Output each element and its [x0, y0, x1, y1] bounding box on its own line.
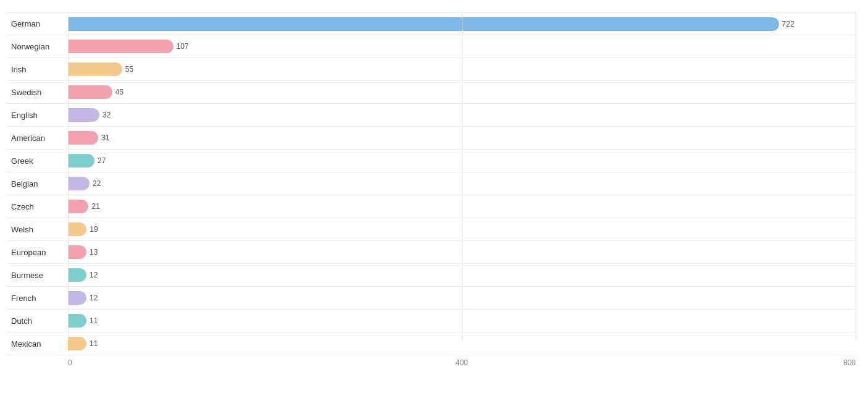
bar-row: Greek27: [6, 150, 856, 172]
bar-label: Welsh: [6, 225, 68, 234]
bar-value-label: 55: [125, 65, 133, 74]
bar-value-label: 11: [90, 339, 98, 348]
bar-label: Mexican: [6, 339, 68, 349]
bar-row: American31: [6, 127, 856, 150]
bar-fill: 22: [68, 177, 90, 190]
bar-fill: 21: [68, 200, 88, 213]
bar-row: Swedish45: [6, 81, 856, 104]
bar-value-label: 722: [782, 20, 795, 28]
bar-value-label: 32: [102, 111, 111, 119]
bar-row: Norwegian107: [6, 35, 856, 58]
bar-fill: 32: [68, 108, 99, 122]
bar-value-label: 21: [91, 202, 99, 211]
bar-row: Burmese12: [6, 264, 856, 287]
bar-fill: 19: [68, 222, 86, 236]
x-axis-tick: 400: [456, 358, 468, 367]
bar-label: English: [6, 111, 68, 120]
bar-value-label: 12: [90, 294, 98, 302]
bar-label: Swedish: [6, 88, 68, 97]
bar-row: English32: [6, 104, 856, 127]
bar-label: Irish: [6, 65, 68, 74]
bar-value-label: 107: [177, 42, 189, 51]
bar-fill: 45: [68, 85, 112, 99]
bar-row: French12: [6, 287, 856, 310]
bar-value-label: 12: [90, 271, 98, 279]
bar-fill: 12: [68, 291, 86, 305]
bar-value-label: 19: [90, 225, 98, 234]
bar-value-label: 11: [90, 316, 98, 325]
bar-label: Norwegian: [6, 42, 68, 51]
bar-label: Belgian: [6, 179, 68, 188]
bar-fill: 31: [68, 131, 98, 145]
bar-value-label: 45: [115, 88, 123, 96]
bar-label: German: [6, 19, 68, 28]
bar-row: Welsh19: [6, 218, 856, 241]
bar-fill: 722: [68, 17, 779, 31]
bar-value-label: 13: [90, 248, 98, 256]
bar-label: Burmese: [6, 271, 68, 280]
bar-value-label: 27: [98, 156, 106, 165]
x-axis-tick: 0: [68, 358, 72, 367]
bar-fill: 12: [68, 268, 86, 282]
bar-row: Irish55: [6, 58, 856, 81]
bar-label: American: [6, 133, 68, 143]
bar-label: Greek: [6, 156, 68, 166]
bar-fill: 11: [68, 314, 86, 328]
bar-row: Dutch11: [6, 310, 856, 332]
bar-fill: 11: [68, 337, 86, 350]
bar-label: Dutch: [6, 316, 68, 326]
bar-row: Czech21: [6, 195, 856, 218]
bars-container: German722Norwegian107Irish55Swedish45Eng…: [6, 12, 856, 340]
bar-label: European: [6, 248, 68, 257]
bar-fill: 13: [68, 245, 86, 259]
grid-line: [856, 12, 856, 340]
bar-label: French: [6, 294, 68, 303]
bar-row: Mexican11: [6, 332, 856, 355]
bar-row: German722: [6, 12, 856, 35]
bar-fill: 27: [68, 154, 94, 167]
bar-label: Czech: [6, 202, 68, 211]
bar-row: Belgian22: [6, 172, 856, 195]
bar-fill: 107: [68, 40, 173, 53]
chart-area: German722Norwegian107Irish55Swedish45Eng…: [6, 12, 856, 358]
bar-row: European13: [6, 241, 856, 264]
bar-value-label: 31: [101, 133, 109, 142]
grid-line: [462, 12, 462, 340]
x-axis-tick: 800: [843, 358, 856, 367]
bar-fill: 55: [68, 62, 122, 76]
grid-line: [68, 12, 69, 340]
main-container: German722Norwegian107Irish55Swedish45Eng…: [0, 0, 868, 398]
bar-value-label: 22: [93, 179, 101, 188]
